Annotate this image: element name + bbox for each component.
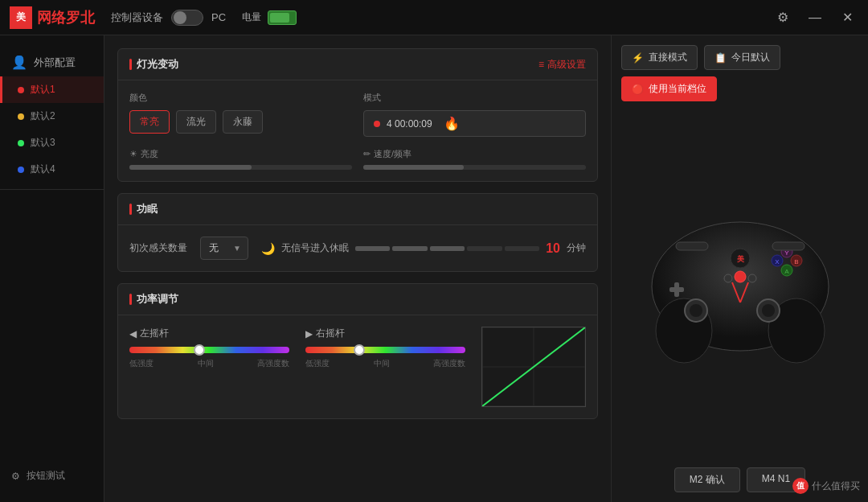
battery-fill — [270, 13, 289, 23]
main-layout: 👤 外部配置 默认1 默认2 默认3 默认4 ⚙ 按钮测试 — [0, 35, 868, 502]
svg-text:美: 美 — [735, 254, 744, 263]
svg-text:X: X — [775, 258, 780, 265]
timer-seg-0 — [355, 246, 390, 251]
clipboard-icon: 📋 — [714, 52, 727, 64]
right-top-buttons: ⚡ 直接模式 📋 今日默认 🔴 使用当前档位 — [621, 45, 858, 101]
settings-button[interactable]: ⚙ — [772, 6, 794, 29]
direct-mode-button[interactable]: ⚡ 直接模式 — [621, 45, 698, 70]
svg-point-24 — [724, 274, 732, 282]
sidebar-item-default1[interactable]: 默认1 — [0, 76, 104, 103]
sleep-body: 初次感关数量 无 ▼ 🌙 无信号进入休眠 — [118, 225, 597, 271]
lightning-icon: ⚡ — [632, 52, 644, 64]
active-profile-icon: 🔴 — [632, 84, 644, 95]
watermark-text: 什么值得买 — [812, 479, 860, 493]
speed-track[interactable] — [363, 165, 586, 170]
toggle-knob — [174, 11, 186, 24]
right-vib-bar[interactable] — [305, 347, 465, 353]
svg-rect-11 — [669, 287, 684, 292]
current-profile-button[interactable]: 🔴 使用当前档位 — [621, 76, 717, 101]
watermark-logo: 值 — [792, 478, 809, 494]
sleep-title: 功眠 — [129, 202, 158, 216]
sidebar-label-default3: 默认3 — [31, 136, 55, 150]
timer-seg-3 — [467, 246, 502, 251]
app-logo: 美 网络罗北 — [10, 6, 95, 29]
vibration-header: 功率调节 — [118, 284, 597, 315]
right-stick-vibration: ▶ 右摇杆 低强度 中间 高强度数 — [305, 327, 465, 369]
sidebar-label-default2: 默认2 — [31, 109, 55, 123]
app-name: 网络罗北 — [37, 8, 95, 27]
dot-default4 — [18, 167, 24, 173]
mode-label: PC — [211, 11, 226, 23]
sidebar: 👤 外部配置 默认1 默认2 默认3 默认4 ⚙ 按钮测试 — [0, 35, 104, 502]
advanced-settings-button[interactable]: ≡ 高级设置 — [538, 58, 586, 72]
vibration-row: ◀ 左摇杆 低强度 中间 高强度数 — [129, 327, 586, 407]
svg-point-13 — [690, 304, 702, 317]
btn-m2[interactable]: M2 确认 — [674, 467, 740, 492]
minimize-button[interactable]: — — [804, 6, 826, 29]
sidebar-item-default4[interactable]: 默认4 — [0, 156, 104, 183]
battery-indicator — [268, 10, 297, 25]
sleep-trigger-select[interactable]: 无 ▼ — [200, 237, 248, 260]
red-dot — [374, 121, 380, 127]
mode-label: 模式 — [363, 92, 586, 104]
sidebar-item-default2[interactable]: 默认2 — [0, 103, 104, 130]
device-label: 控制器设备 — [111, 10, 163, 25]
sleep-value-label: 无信号进入休眠 — [281, 241, 349, 255]
left-vib-bar[interactable] — [129, 347, 289, 353]
user-icon: 👤 — [11, 55, 27, 70]
controller-image: A B X Y — [636, 206, 845, 367]
title-bar: 美 网络罗北 控制器设备 PC 电量 ⚙ — ✕ — [0, 0, 868, 35]
color-option-1[interactable]: 流光 — [176, 110, 216, 134]
svg-rect-29 — [676, 242, 708, 250]
right-vib-sub-labels: 低强度 中间 高强度数 — [305, 358, 465, 369]
color-col: 颜色 常亮 流光 永藤 — [129, 92, 352, 137]
light-effect-title: 灯光变动 — [129, 57, 178, 72]
battery-label: 电量 — [242, 10, 261, 24]
light-effect-card: 灯光变动 ≡ 高级设置 颜色 常亮 流光 永藤 — [117, 48, 598, 182]
brightness-fill — [129, 165, 252, 170]
right-vib-indicator — [354, 344, 365, 356]
sleep-card: 功眠 初次感关数量 无 ▼ 🌙 无信号进入休眠 — [117, 193, 598, 272]
left-vib-label: ◀ 左摇杆 — [129, 327, 289, 340]
brightness-icon: ☀ — [129, 149, 137, 159]
sidebar-bottom-label: 按钮测试 — [27, 469, 65, 483]
light-top-row: 颜色 常亮 流光 永藤 模式 4 00:00:09 🔥 — [129, 92, 586, 137]
vibration-chart — [481, 327, 586, 407]
light-effect-body: 颜色 常亮 流光 永藤 模式 4 00:00:09 🔥 — [118, 80, 597, 181]
window-controls: ⚙ — ✕ — [772, 6, 858, 29]
color-option-0[interactable]: 常亮 — [129, 110, 170, 134]
svg-text:A: A — [784, 268, 789, 275]
svg-point-25 — [735, 271, 746, 282]
timer-minutes: 10 — [546, 241, 560, 256]
dot-default3 — [18, 140, 24, 146]
controller-svg: A B X Y — [636, 206, 845, 367]
toggle-switch[interactable] — [171, 10, 203, 26]
mode-col: 模式 4 00:00:09 🔥 — [363, 92, 586, 137]
sidebar-section-title: 外部配置 — [34, 56, 76, 70]
mode-display: 4 00:00:09 🔥 — [363, 110, 586, 137]
timer-seg-4 — [505, 246, 539, 251]
sidebar-divider — [0, 189, 104, 190]
content-area: 灯光变动 ≡ 高级设置 颜色 常亮 流光 永藤 — [104, 35, 611, 502]
controller-display: A B X Y — [621, 113, 858, 459]
brightness-label: ☀ 亮度 — [129, 148, 352, 160]
light-effect-header: 灯光变动 ≡ 高级设置 — [118, 49, 597, 80]
sleep-row: 初次感关数量 无 ▼ 🌙 无信号进入休眠 — [129, 237, 586, 260]
close-button[interactable]: ✕ — [836, 6, 858, 29]
sidebar-item-default3[interactable]: 默认3 — [0, 130, 104, 156]
timer-bar — [355, 246, 539, 251]
sleep-trigger-value: 无 — [209, 241, 219, 255]
right-arrow-icon: ▶ — [305, 328, 313, 339]
left-vib-sub-labels: 低强度 中间 高强度数 — [129, 358, 289, 369]
color-option-2[interactable]: 永藤 — [223, 110, 263, 134]
right-vib-label: ▶ 右摇杆 — [305, 327, 465, 340]
today-default-button[interactable]: 📋 今日默认 — [704, 45, 780, 70]
flame-icon: 🔥 — [444, 116, 460, 131]
vibration-card: 功率调节 ◀ 左摇杆 低强度 中间 — [117, 283, 598, 419]
timer-unit: 分钟 — [567, 241, 586, 255]
sleep-trigger-label: 初次感关数量 — [129, 241, 187, 255]
sidebar-bottom-test[interactable]: ⚙ 按钮测试 — [0, 463, 104, 489]
brightness-track[interactable] — [129, 165, 352, 170]
sidebar-section: 👤 外部配置 — [0, 48, 104, 76]
vibration-body: ◀ 左摇杆 低强度 中间 高强度数 — [118, 315, 597, 418]
